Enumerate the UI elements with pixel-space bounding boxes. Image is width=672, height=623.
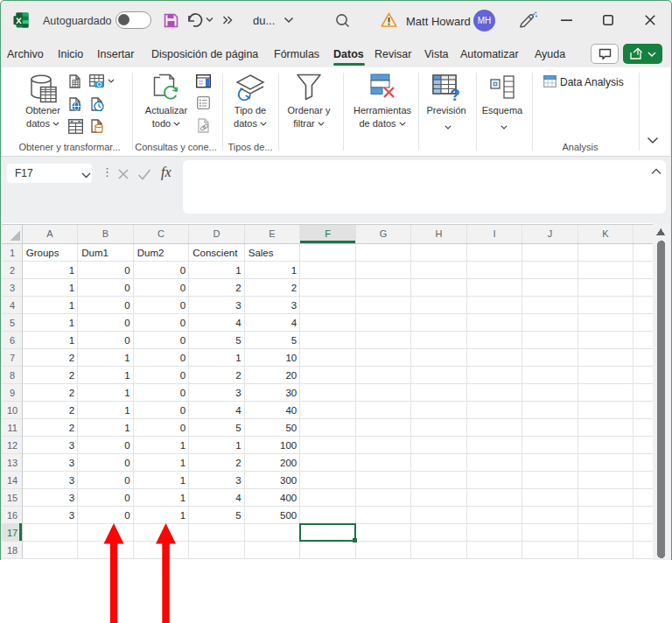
svg-text:2: 2 — [69, 370, 74, 381]
svg-text:K: K — [602, 228, 609, 239]
svg-text:5: 5 — [10, 318, 15, 328]
svg-text:4: 4 — [235, 318, 242, 328]
svg-text:1: 1 — [291, 265, 297, 276]
svg-text:50: 50 — [285, 423, 297, 433]
svg-text:3: 3 — [69, 440, 74, 451]
svg-text:3: 3 — [235, 475, 241, 486]
svg-text:10: 10 — [7, 405, 18, 416]
svg-text:2: 2 — [10, 265, 15, 276]
svg-text:1: 1 — [180, 458, 186, 468]
svg-text:0: 0 — [124, 300, 130, 311]
svg-text:20: 20 — [285, 370, 297, 381]
svg-text:1: 1 — [180, 510, 186, 521]
svg-text:0: 0 — [124, 318, 130, 328]
svg-text:1: 1 — [69, 318, 74, 328]
svg-text:A: A — [46, 228, 53, 239]
svg-text:500: 500 — [280, 510, 297, 521]
svg-text:0: 0 — [124, 440, 130, 451]
svg-text:1: 1 — [69, 300, 74, 311]
svg-text:8: 8 — [10, 370, 15, 381]
svg-text:2: 2 — [291, 283, 297, 293]
svg-text:2: 2 — [235, 283, 241, 293]
svg-text:1: 1 — [124, 405, 130, 416]
svg-text:100: 100 — [280, 440, 297, 451]
svg-text:3: 3 — [10, 283, 15, 293]
svg-text:1: 1 — [180, 440, 186, 451]
svg-text:Groups: Groups — [26, 248, 60, 258]
svg-text:1: 1 — [124, 423, 130, 433]
svg-text:2: 2 — [69, 405, 74, 416]
svg-text:2: 2 — [69, 388, 74, 398]
svg-text:1: 1 — [124, 370, 130, 381]
svg-text:0: 0 — [124, 335, 130, 346]
svg-text:17: 17 — [7, 528, 18, 538]
svg-text:3: 3 — [69, 458, 74, 468]
svg-text:15: 15 — [7, 493, 18, 503]
svg-text:2: 2 — [235, 458, 241, 468]
svg-text:4: 4 — [291, 318, 298, 328]
svg-text:0: 0 — [180, 318, 186, 328]
svg-text:H: H — [436, 228, 443, 239]
svg-text:2: 2 — [235, 370, 241, 381]
svg-text:I: I — [493, 228, 495, 239]
svg-text:0: 0 — [180, 388, 186, 398]
svg-text:2: 2 — [69, 423, 74, 433]
svg-text:12: 12 — [7, 440, 18, 451]
svg-text:1: 1 — [69, 283, 74, 293]
svg-text:3: 3 — [69, 510, 74, 521]
svg-text:5: 5 — [235, 423, 241, 433]
svg-text:0: 0 — [124, 510, 130, 521]
svg-text:18: 18 — [7, 545, 18, 556]
svg-text:0: 0 — [124, 475, 130, 486]
svg-text:10: 10 — [285, 353, 297, 363]
svg-text:D: D — [214, 228, 220, 239]
svg-text:13: 13 — [7, 458, 18, 468]
svg-text:1: 1 — [69, 265, 74, 276]
svg-text:3: 3 — [69, 475, 74, 486]
svg-text:0: 0 — [180, 300, 186, 311]
svg-text:4: 4 — [10, 300, 15, 311]
svg-text:0: 0 — [180, 265, 186, 276]
svg-text:1: 1 — [180, 475, 186, 486]
svg-text:1: 1 — [124, 353, 130, 363]
svg-text:3: 3 — [235, 300, 241, 311]
svg-text:J: J — [548, 228, 553, 239]
svg-text:300: 300 — [280, 475, 297, 486]
svg-text:1: 1 — [235, 353, 241, 363]
svg-text:2: 2 — [69, 353, 74, 363]
svg-text:400: 400 — [280, 493, 297, 503]
svg-text:1: 1 — [10, 248, 15, 258]
svg-text:Dum2: Dum2 — [137, 248, 164, 258]
svg-text:Conscient: Conscient — [192, 248, 238, 258]
svg-text:0: 0 — [180, 283, 186, 293]
svg-text:0: 0 — [124, 493, 130, 503]
svg-text:3: 3 — [291, 300, 297, 311]
svg-text:7: 7 — [10, 353, 15, 363]
svg-text:40: 40 — [285, 405, 297, 416]
svg-text:Dum1: Dum1 — [81, 248, 108, 258]
svg-text:B: B — [102, 228, 108, 239]
svg-text:5: 5 — [291, 335, 297, 346]
svg-text:9: 9 — [10, 388, 15, 398]
svg-text:16: 16 — [7, 510, 18, 521]
svg-text:0: 0 — [180, 353, 186, 363]
svg-text:0: 0 — [124, 283, 130, 293]
svg-text:E: E — [269, 228, 275, 239]
svg-text:3: 3 — [69, 493, 74, 503]
svg-text:Sales: Sales — [248, 248, 274, 258]
svg-text:11: 11 — [7, 423, 17, 433]
svg-text:?: ? — [450, 86, 460, 102]
svg-text:1: 1 — [180, 493, 186, 503]
svg-text:C: C — [158, 228, 164, 239]
svg-text:1: 1 — [235, 265, 241, 276]
svg-text:4: 4 — [235, 493, 242, 503]
svg-text:0: 0 — [180, 405, 186, 416]
svg-text:0: 0 — [124, 265, 130, 276]
svg-text:14: 14 — [7, 475, 18, 486]
svg-text:3: 3 — [235, 388, 241, 398]
svg-text:5: 5 — [235, 510, 241, 521]
svg-text:1: 1 — [69, 335, 74, 346]
svg-text:0: 0 — [180, 423, 186, 433]
svg-text:F: F — [325, 228, 331, 239]
svg-text:1: 1 — [124, 388, 130, 398]
